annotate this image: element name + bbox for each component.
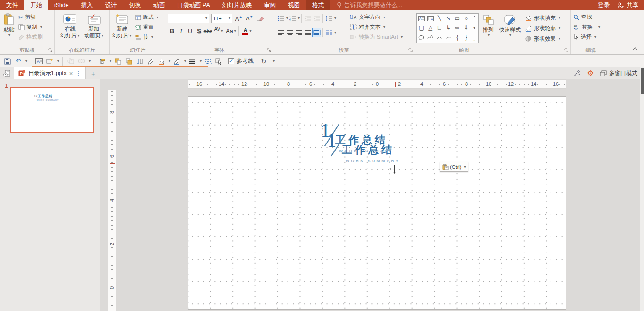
collapse-ribbon-button[interactable] bbox=[632, 47, 638, 50]
gallery-scroll-down[interactable]: ▼ bbox=[473, 26, 476, 30]
bold-button[interactable]: B bbox=[168, 26, 177, 36]
qat-align-dropdown[interactable]: ▾ bbox=[110, 59, 111, 63]
undo-dropdown[interactable]: ▾ bbox=[25, 59, 27, 63]
align-center-button[interactable] bbox=[285, 28, 294, 37]
qat-group-button[interactable] bbox=[66, 57, 75, 66]
multi-window-mode-button[interactable]: 多窗口模式 bbox=[600, 69, 637, 77]
shape-oval-icon[interactable]: ○ bbox=[462, 14, 471, 23]
shape-arrow-icon[interactable]: ↘ bbox=[444, 14, 453, 23]
gallery-more-button[interactable]: ⌄ bbox=[471, 38, 477, 42]
gallery-scroll-up[interactable]: ▲ bbox=[473, 15, 476, 18]
share-button[interactable]: 共享 bbox=[627, 1, 638, 9]
tab-format[interactable]: 格式 bbox=[306, 0, 330, 10]
tab-slideshow[interactable]: 幻灯片放映 bbox=[216, 0, 258, 10]
clear-formatting-button[interactable] bbox=[256, 14, 265, 23]
new-slide-button[interactable]: 新建 幻灯片▾ bbox=[111, 12, 133, 42]
reset-rotation-button[interactable]: ↻ bbox=[259, 57, 268, 66]
section-button[interactable]: 节 ▾ bbox=[134, 32, 160, 42]
shape-outline-button[interactable]: 形状轮廓 ▾ bbox=[524, 23, 561, 34]
numbering-button[interactable]: 123 bbox=[288, 14, 297, 23]
shape-fill-button[interactable]: 形状填充 ▾ bbox=[524, 13, 561, 23]
vertical-scrollbar-thumb[interactable] bbox=[641, 68, 644, 94]
paste-dropdown[interactable]: ▾ bbox=[8, 34, 10, 37]
font-size-dropdown[interactable]: ▾ bbox=[229, 17, 230, 20]
qat-ungroup-button[interactable] bbox=[77, 57, 86, 66]
paste-options-button[interactable]: (Ctrl) ▾ bbox=[440, 162, 468, 172]
vertical-ruler[interactable]: 8 6 4 2 0 bbox=[108, 90, 116, 311]
login-button[interactable]: 登录 bbox=[598, 1, 610, 9]
columns-dropdown[interactable]: ▾ bbox=[334, 31, 336, 34]
new-animation-page-button[interactable]: 新加 动画页▾ bbox=[83, 12, 105, 40]
format-painter-button[interactable]: 格式刷 bbox=[17, 32, 44, 42]
line-spacing-button[interactable] bbox=[324, 14, 333, 23]
recent-files-button[interactable] bbox=[0, 67, 14, 79]
qat-insert-shape-button[interactable] bbox=[45, 57, 54, 66]
change-case-button[interactable]: Aa ▾ bbox=[225, 26, 237, 36]
grow-font-button[interactable]: A▲ bbox=[234, 14, 243, 23]
shape-right-brace-icon[interactable]: } bbox=[462, 33, 471, 42]
qat-shape-dropdown[interactable]: ▾ bbox=[57, 59, 59, 63]
underline-button[interactable]: U bbox=[186, 26, 195, 36]
font-name-dropdown[interactable]: ▾ bbox=[205, 17, 207, 20]
section-dropdown[interactable]: ▾ bbox=[151, 35, 153, 39]
shape-effects-dropdown[interactable]: ▾ bbox=[559, 37, 560, 41]
strikethrough-button[interactable]: abc bbox=[203, 26, 212, 36]
align-right-button[interactable] bbox=[294, 28, 303, 37]
slide-thumbnail-1[interactable]: 1/工作总结 WORK SUMMARY bbox=[10, 87, 94, 133]
font-size-combo[interactable]: 11+ ▾ bbox=[211, 14, 232, 23]
decrease-indent-button[interactable] bbox=[303, 14, 312, 23]
tab-review[interactable]: 审阅 bbox=[258, 0, 282, 10]
qat-format-painter-button[interactable] bbox=[146, 57, 155, 66]
bring-forward-button[interactable] bbox=[113, 57, 122, 66]
tab-home[interactable]: 开始 bbox=[24, 0, 48, 10]
clipboard-dialog-launcher[interactable] bbox=[48, 48, 52, 52]
smartart-dropdown[interactable]: ▾ bbox=[401, 35, 403, 39]
qat-outline-dropdown[interactable]: ▾ bbox=[184, 59, 186, 63]
online-slide-button[interactable]: 在线 幻灯片▾ bbox=[59, 12, 81, 40]
select-dropdown[interactable]: ▾ bbox=[594, 35, 596, 39]
align-text-dropdown[interactable]: ▾ bbox=[383, 25, 385, 29]
paste-button[interactable]: 粘贴 ▾ bbox=[1, 12, 17, 42]
qat-fill-color-button[interactable] bbox=[157, 57, 166, 66]
undo-button[interactable]: ↶ bbox=[14, 57, 23, 66]
line-weight-dropdown[interactable]: ▾ bbox=[200, 59, 202, 63]
arrange-button[interactable]: 排列 ▾ bbox=[481, 13, 496, 38]
new-slide-dropdown[interactable]: ▾ bbox=[130, 34, 132, 38]
line-weight-button[interactable] bbox=[188, 57, 197, 66]
tell-me-box[interactable]: 告诉我您想要做什么... bbox=[337, 0, 402, 10]
shape-block-arrow-right-icon[interactable]: ⇨ bbox=[453, 23, 462, 33]
animation-page-dropdown[interactable]: ▾ bbox=[102, 34, 103, 38]
text-direction-dropdown[interactable]: ▾ bbox=[383, 16, 385, 19]
shape-triangle-icon[interactable]: △ bbox=[426, 23, 435, 33]
online-slide-dropdown[interactable]: ▾ bbox=[77, 34, 79, 38]
tab-animations[interactable]: 动画 bbox=[147, 0, 171, 10]
distribute-text-button[interactable] bbox=[312, 28, 321, 37]
tab-design[interactable]: 设计 bbox=[99, 0, 123, 10]
tab-transitions[interactable]: 切换 bbox=[123, 0, 147, 10]
italic-button[interactable]: I bbox=[177, 26, 186, 36]
shape-effects-button[interactable]: 形状效果 ▾ bbox=[524, 34, 561, 44]
select-button[interactable]: 选择 ▾ bbox=[572, 32, 610, 42]
shape-rectangle-icon[interactable]: ▭ bbox=[453, 14, 462, 23]
tab-islide[interactable]: iSlide bbox=[48, 0, 75, 10]
shape-freeform-icon[interactable] bbox=[417, 33, 426, 42]
font-dialog-launcher[interactable] bbox=[267, 48, 271, 52]
tab-view[interactable]: 视图 bbox=[282, 0, 306, 10]
font-color-dropdown[interactable]: ▾ bbox=[249, 29, 251, 33]
qat-ungroup-dropdown[interactable]: ▾ bbox=[89, 59, 91, 63]
shrink-font-button[interactable]: A▼ bbox=[245, 14, 254, 23]
case-dropdown[interactable]: ▾ bbox=[234, 29, 236, 33]
numbering-dropdown[interactable]: ▾ bbox=[298, 17, 300, 20]
cut-button[interactable]: ✂ 剪切 bbox=[17, 12, 44, 22]
tab-file[interactable]: 文件 bbox=[0, 0, 24, 10]
tab-pocket-animation[interactable]: 口袋动画 PA bbox=[171, 0, 216, 10]
line-spacing-dropdown[interactable]: ▾ bbox=[334, 17, 336, 20]
drawing-dialog-launcher[interactable] bbox=[564, 48, 568, 52]
layout-button[interactable]: 版式 ▾ bbox=[134, 12, 160, 22]
magic-wand-button[interactable] bbox=[572, 68, 581, 78]
document-tab[interactable]: P 目录演示1.pptx × ⋮ bbox=[14, 67, 86, 79]
shape-curve-icon[interactable] bbox=[444, 33, 453, 42]
quick-styles-dropdown[interactable]: ▾ bbox=[509, 34, 511, 37]
shape-elbow-arrow-icon[interactable]: ↳ bbox=[444, 23, 453, 33]
new-document-tab-button[interactable]: + bbox=[86, 67, 100, 79]
